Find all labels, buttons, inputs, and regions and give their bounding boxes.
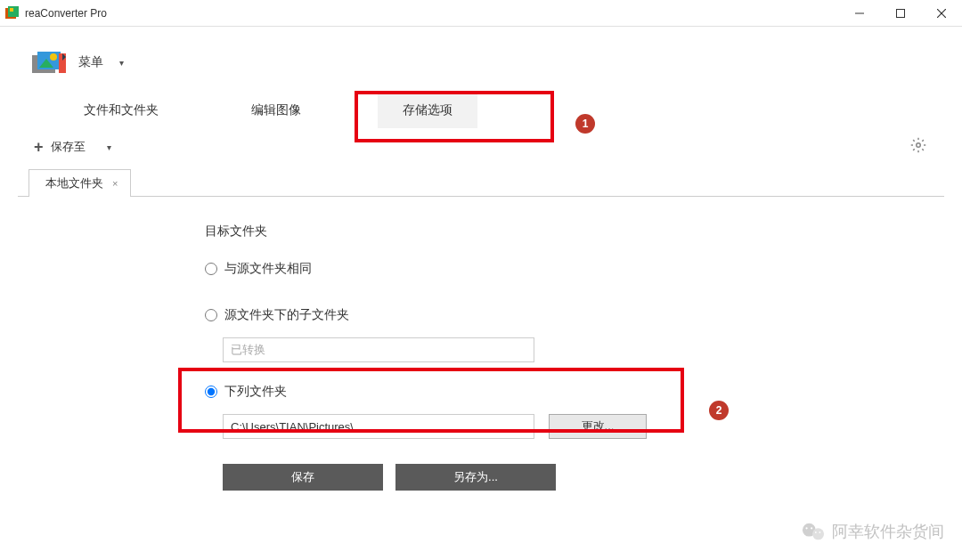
titlebar-left: reaConverter Pro: [5, 6, 107, 20]
window-title: reaConverter Pro: [25, 7, 107, 20]
save-button[interactable]: 保存: [223, 464, 383, 491]
main-menu[interactable]: 菜单 ▾: [18, 36, 944, 89]
save-as-button[interactable]: 另存为...: [395, 464, 556, 491]
sub-tabs: 本地文件夹 ×: [18, 169, 944, 197]
subtab-close-icon[interactable]: ×: [112, 178, 118, 189]
svg-point-14: [805, 527, 807, 529]
save-to-dropdown[interactable]: + 保存至 ▾: [34, 138, 111, 157]
menu-icon: [32, 50, 66, 75]
svg-rect-2: [10, 8, 13, 12]
secondary-toolbar: + 保存至 ▾: [18, 128, 944, 166]
radio-following-folder-row: 下列文件夹: [205, 384, 944, 400]
svg-point-16: [815, 532, 817, 533]
change-button[interactable]: 更改...: [549, 414, 647, 439]
radio-following-folder-label[interactable]: 下列文件夹: [224, 384, 287, 400]
annotation-badge-1: 1: [575, 114, 595, 134]
target-folder-label: 目标文件夹: [205, 223, 944, 239]
annotation-badge-2: 2: [709, 401, 729, 420]
radio-following-folder[interactable]: [205, 386, 217, 398]
tab-edit-image[interactable]: 编辑图像: [226, 93, 326, 128]
svg-point-17: [819, 532, 821, 533]
window-controls: [839, 0, 962, 27]
radio-subfolder-label[interactable]: 源文件夹下的子文件夹: [224, 307, 349, 323]
svg-point-15: [811, 527, 812, 529]
svg-point-11: [917, 143, 921, 148]
app-icon: [5, 6, 20, 20]
minimize-button[interactable]: [839, 0, 880, 27]
svg-point-13: [812, 528, 824, 540]
storage-panel: 目标文件夹 与源文件夹相同 源文件夹下的子文件夹 下列文件夹 更改... 保存 …: [18, 197, 944, 491]
gear-icon[interactable]: [910, 137, 926, 157]
radio-same-as-source[interactable]: [205, 263, 217, 275]
main-tabs: 文件和文件夹 编辑图像 存储选项: [18, 93, 944, 128]
svg-point-9: [50, 53, 57, 61]
close-button[interactable]: [921, 0, 962, 27]
chevron-down-icon: ▾: [107, 142, 111, 152]
watermark-text: 阿幸软件杂货间: [832, 521, 944, 542]
radio-subfolder-row: 源文件夹下的子文件夹: [205, 307, 944, 323]
folder-path-input[interactable]: [223, 414, 534, 439]
radio-subfolder[interactable]: [205, 309, 217, 321]
subtab-label: 本地文件夹: [45, 175, 103, 191]
menu-label: 菜单: [78, 54, 103, 70]
watermark: 阿幸软件杂货间: [802, 521, 944, 542]
radio-same-as-source-label[interactable]: 与源文件夹相同: [224, 261, 312, 277]
tab-files-and-folders[interactable]: 文件和文件夹: [59, 93, 183, 128]
menu-caret-icon: ▾: [119, 58, 124, 68]
plus-icon: +: [34, 138, 44, 157]
titlebar: reaConverter Pro: [0, 0, 962, 27]
maximize-button[interactable]: [880, 0, 921, 27]
radio-same-as-source-row: 与源文件夹相同: [205, 261, 944, 277]
save-to-label: 保存至: [51, 139, 86, 155]
wechat-icon: [802, 522, 825, 541]
subfolder-name-input[interactable]: [223, 337, 534, 362]
tab-storage-options[interactable]: 存储选项: [378, 93, 477, 128]
svg-rect-4: [897, 9, 905, 17]
subtab-local-folder[interactable]: 本地文件夹 ×: [29, 169, 131, 197]
